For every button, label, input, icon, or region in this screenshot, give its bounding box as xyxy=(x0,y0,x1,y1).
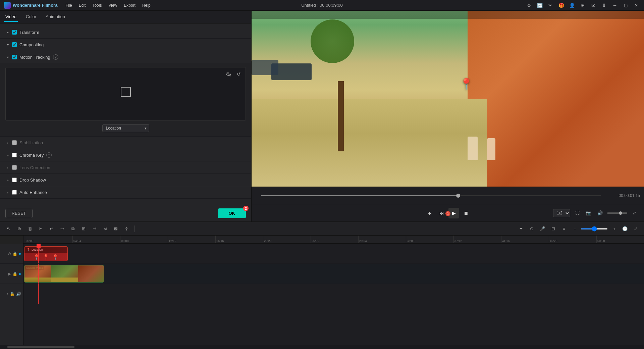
drop-shadow-chevron: ▸ xyxy=(5,178,10,182)
overlay-lock-icon[interactable]: 🔒 xyxy=(12,251,17,256)
maximize-button[interactable]: ▢ xyxy=(622,2,629,9)
audio-music-icon[interactable]: ♪ xyxy=(6,292,8,296)
tab-video[interactable]: Video xyxy=(4,12,18,22)
title-bar: Wondershare Filmora File Edit Tools View… xyxy=(0,0,644,11)
tab-animation[interactable]: Animation xyxy=(44,12,66,22)
video-lock-icon[interactable]: 🔒 xyxy=(12,271,17,276)
compositing-header[interactable]: ▾ Compositing xyxy=(0,39,251,51)
tab-color[interactable]: Color xyxy=(24,12,38,22)
tl-scissors-icon[interactable]: ✂ xyxy=(36,225,45,233)
track-row-video[interactable]: Sample Video xyxy=(23,264,644,284)
audio-volume-icon[interactable]: 🔊 xyxy=(16,292,21,296)
chroma-key-info-icon[interactable]: ? xyxy=(46,152,52,158)
close-button[interactable]: ✕ xyxy=(633,2,640,9)
preview-timeline-bar[interactable] xyxy=(261,195,601,196)
tl-save-icon[interactable]: ⊡ xyxy=(549,225,557,233)
zoom-select[interactable]: 1/2 1/1 1/4 xyxy=(553,209,570,217)
tl-delete-icon[interactable]: 🗑 xyxy=(25,225,34,233)
chroma-key-header[interactable]: ▸ Chroma Key ? xyxy=(0,149,251,161)
drop-shadow-header[interactable]: ▸ Drop Shadow xyxy=(0,174,251,186)
download-icon[interactable]: ⬇ xyxy=(600,2,608,9)
motion-tracking-header[interactable]: ▾ Motion Tracking ? xyxy=(0,51,251,63)
menu-tools[interactable]: Tools xyxy=(90,2,104,9)
menu-help[interactable]: Help xyxy=(140,2,153,9)
tl-auto-icon[interactable]: ✦ xyxy=(517,225,525,233)
mail-icon[interactable]: ✉ xyxy=(590,2,597,9)
tracking-hide-icon[interactable] xyxy=(225,70,233,78)
video-icon[interactable]: ▶ xyxy=(8,271,11,276)
transform-header[interactable]: ▾ Transform xyxy=(0,26,251,38)
fullscreen-icon[interactable]: ⛶ xyxy=(573,209,582,217)
stop-button[interactable]: ⏹ xyxy=(461,208,471,218)
tl-crop-icon[interactable]: ⊠ xyxy=(111,225,120,233)
gift-icon[interactable]: 🎁 xyxy=(557,2,565,9)
tl-cursor-icon[interactable]: ↖ xyxy=(4,225,13,233)
tracking-tools: ↺ xyxy=(225,70,243,78)
tl-redo-icon[interactable]: ↪ xyxy=(58,225,66,233)
tl-mic-icon[interactable]: 🎤 xyxy=(538,225,547,233)
tl-split-icon[interactable]: ⊣ xyxy=(90,225,99,233)
minimize-button[interactable]: ─ xyxy=(611,2,619,9)
skip-back-button[interactable]: ⏮ xyxy=(424,208,435,218)
track-row-overlay[interactable]: 📍 Location 📍 📍 📍 xyxy=(23,244,644,264)
location-select[interactable]: Location Person Custom xyxy=(102,124,149,132)
tl-speed-icon[interactable]: ⊲ xyxy=(101,225,109,233)
settings-icon[interactable]: ⚙ xyxy=(525,2,533,9)
lens-correction-checkbox[interactable] xyxy=(12,165,17,170)
tl-fullscreen-icon[interactable]: ⤢ xyxy=(631,225,640,233)
cut-icon[interactable]: ✂ xyxy=(547,2,554,9)
video-clip[interactable]: Sample Video xyxy=(24,265,104,283)
bottom-actions: RESET 2 OK xyxy=(0,205,251,221)
tl-magnet-icon[interactable]: ⊕ xyxy=(15,225,23,233)
auto-enhance-checkbox[interactable] xyxy=(12,190,17,195)
scrollbar-thumb[interactable] xyxy=(7,346,74,348)
tl-ai-icon[interactable]: ⊹ xyxy=(122,225,131,233)
auto-enhance-header[interactable]: ▸ Auto Enhance xyxy=(0,186,251,198)
overlay-icon-1[interactable]: ⊙ xyxy=(8,251,11,256)
drop-shadow-checkbox[interactable] xyxy=(12,178,17,182)
tl-more-icon[interactable]: ⊞ xyxy=(79,225,88,233)
stabilization-checkbox[interactable] xyxy=(12,140,17,145)
audio-lock-icon[interactable]: 🔒 xyxy=(10,292,15,296)
tl-minus-icon[interactable]: － xyxy=(570,225,579,233)
motion-tracking-label: Motion Tracking xyxy=(19,55,50,60)
tl-copy-icon[interactable]: ⧉ xyxy=(68,225,77,233)
reset-button[interactable]: RESET xyxy=(5,209,33,218)
tl-shield-icon[interactable]: ⊙ xyxy=(527,225,536,233)
transform-checkbox[interactable] xyxy=(12,30,17,35)
pin-2: 📍 xyxy=(43,254,49,260)
compositing-checkbox[interactable] xyxy=(12,42,17,47)
video-color-icon[interactable]: ● xyxy=(19,271,21,276)
tracking-reset-icon[interactable]: ↺ xyxy=(235,70,243,78)
lens-correction-header[interactable]: ▸ Lens Correction xyxy=(0,161,251,173)
ok-button[interactable]: OK xyxy=(218,208,246,218)
volume-icon[interactable]: 🔊 xyxy=(596,209,604,217)
tl-clock-icon[interactable]: 🕐 xyxy=(621,225,629,233)
tl-plus-icon[interactable]: ＋ xyxy=(610,225,619,233)
snapshot-icon[interactable]: 📷 xyxy=(584,209,593,217)
motion-tracking-info-icon[interactable]: ? xyxy=(53,54,58,60)
volume-slider[interactable] xyxy=(607,212,627,214)
menu-file[interactable]: File xyxy=(63,2,74,9)
ruler-mark-10: 41:16 xyxy=(501,236,549,243)
lens-correction-section: ▸ Lens Correction xyxy=(0,161,251,174)
app-name: Wondershare Filmora xyxy=(13,3,57,8)
panel-tabs: Video Color Animation xyxy=(0,11,251,23)
tl-undo-icon[interactable]: ↩ xyxy=(47,225,56,233)
sync-icon[interactable]: 🔄 xyxy=(536,2,543,9)
user-icon[interactable]: 👤 xyxy=(568,2,576,9)
motion-tracking-checkbox[interactable] xyxy=(12,55,17,59)
fullscreen-btn[interactable]: ⤢ xyxy=(630,209,639,217)
tl-caption-icon[interactable]: ≡ xyxy=(559,225,568,233)
menu-edit[interactable]: Edit xyxy=(76,2,89,9)
chroma-key-checkbox[interactable] xyxy=(12,153,17,157)
track-row-audio[interactable] xyxy=(23,284,644,304)
location-clip[interactable]: 📍 Location 📍 📍 📍 xyxy=(24,246,68,261)
menu-view[interactable]: View xyxy=(106,2,120,9)
timeline-scrollbar[interactable] xyxy=(0,345,644,349)
stabilization-header[interactable]: ▸ Stabilization xyxy=(0,137,251,149)
window-icon[interactable]: ⊞ xyxy=(579,2,586,9)
overlay-color-icon[interactable]: ● xyxy=(19,251,21,256)
menu-export[interactable]: Export xyxy=(121,2,138,9)
zoom-timeline-slider[interactable] xyxy=(581,228,608,230)
